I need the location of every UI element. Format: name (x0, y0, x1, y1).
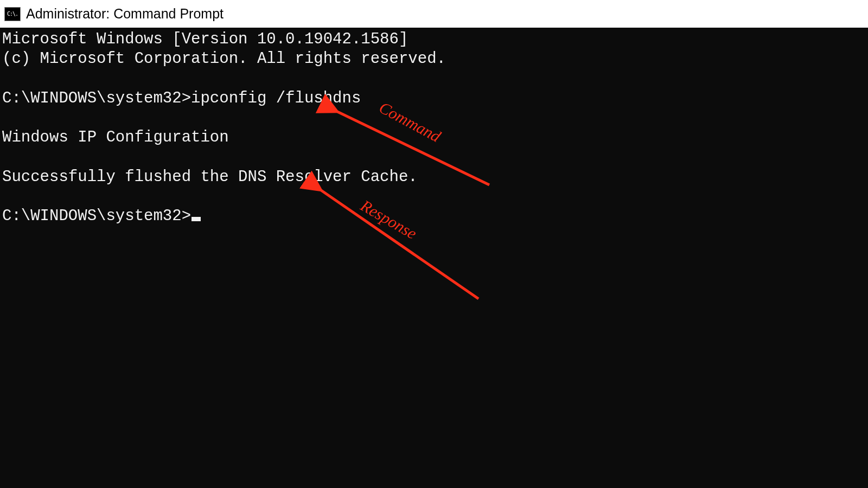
cmd-app-icon-text: C:\. (7, 11, 18, 17)
terminal-prompt-1: C:\WINDOWS\system32> (2, 89, 191, 107)
terminal-banner-copyright: (c) Microsoft Corporation. All rights re… (2, 50, 446, 68)
command-annotation-label: Command (375, 97, 444, 146)
cmd-app-icon: C:\. (4, 7, 21, 21)
terminal-banner-version: Microsoft Windows [Version 10.0.19042.15… (2, 30, 408, 48)
terminal-output-heading: Windows IP Configuration (2, 129, 229, 146)
window-title: Administrator: Command Prompt (26, 6, 224, 22)
terminal-command-1: ipconfig /flushdns (191, 89, 361, 107)
title-bar: C:\. Administrator: Command Prompt (0, 0, 868, 28)
terminal-cursor (192, 217, 201, 221)
response-arrow (321, 190, 478, 299)
terminal-output-area[interactable]: Microsoft Windows [Version 10.0.19042.15… (0, 28, 868, 488)
terminal-prompt-2: C:\WINDOWS\system32> (2, 207, 191, 225)
terminal-output-result: Successfully flushed the DNS Resolver Ca… (2, 168, 418, 186)
response-annotation-label: Response (357, 195, 420, 243)
